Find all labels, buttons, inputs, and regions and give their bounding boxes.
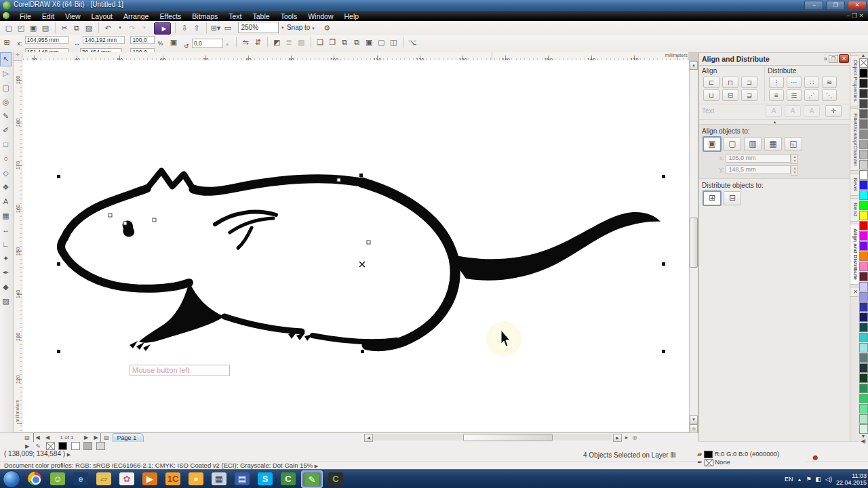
- propbar-icon[interactable]: ⇵: [252, 37, 263, 47]
- add-page-icon[interactable]: ▤: [102, 433, 111, 442]
- docker-close-button[interactable]: ✕: [839, 54, 849, 63]
- drawing-canvas[interactable]: Mouse button left: [22, 60, 689, 432]
- start-button[interactable]: [3, 470, 20, 488]
- black-swatch[interactable]: [58, 442, 67, 450]
- palette-swatch[interactable]: [859, 312, 868, 322]
- y-spinner[interactable]: ▲▼: [791, 165, 798, 176]
- freehand-tool[interactable]: ✎: [0, 109, 12, 123]
- align-center-horizontal-icon[interactable]: ⊓: [722, 77, 738, 88]
- straight-line-connector-tool[interactable]: ∟: [0, 237, 12, 251]
- taskbar-skype-icon[interactable]: S: [255, 470, 275, 487]
- vertical-scrollbar[interactable]: ▲ ▼ ◎: [689, 60, 698, 433]
- docker-collapse-arrow[interactable]: ▲: [699, 119, 850, 124]
- palette-swatch[interactable]: [859, 424, 868, 434]
- palette-swatch[interactable]: [859, 373, 868, 383]
- taskbar-calculator-icon[interactable]: ▦: [209, 470, 229, 487]
- propbar-icon[interactable]: ❏: [311, 37, 326, 47]
- toolbar-icon[interactable]: ▾: [139, 22, 150, 33]
- palette-swatch[interactable]: [859, 353, 868, 363]
- toolbar-icon[interactable]: ▢: [3, 22, 14, 33]
- palette-swatch[interactable]: [859, 394, 868, 403]
- page-tab[interactable]: Page 1: [113, 433, 144, 442]
- propbar-icon[interactable]: ❐: [327, 37, 338, 47]
- previous-page-button[interactable]: ◀: [43, 433, 52, 442]
- rotation-angle-field[interactable]: 0,0: [192, 39, 223, 48]
- propbar-icon[interactable]: ≣: [283, 37, 294, 47]
- selection-center-marker[interactable]: [359, 262, 365, 267]
- menu-item[interactable]: Arrange: [118, 12, 154, 21]
- document-window-controls[interactable]: – ❐ ✕: [846, 12, 864, 19]
- palette-swatch[interactable]: [859, 119, 868, 129]
- fill-tool[interactable]: ◆: [0, 280, 12, 294]
- menu-item[interactable]: Bitmaps: [186, 12, 223, 21]
- palette-expand[interactable]: ◀|: [859, 439, 868, 444]
- light-gray-swatch[interactable]: [96, 442, 105, 450]
- align-left-icon[interactable]: ⊏: [703, 77, 719, 88]
- snap-to-dropdown[interactable]: Snap to ▾: [285, 22, 317, 33]
- hscroll-left-button[interactable]: ◀: [364, 434, 373, 442]
- toolbar-icon[interactable]: ↷: [127, 22, 138, 33]
- toolbar-icon[interactable]: ↶: [98, 22, 113, 33]
- menu-item[interactable]: Edit: [37, 12, 60, 21]
- text-plus-icon[interactable]: ✛: [825, 105, 842, 117]
- basic-shapes-tool[interactable]: ❖: [0, 180, 12, 195]
- last-page-button[interactable]: ▶: [92, 433, 101, 442]
- rat-tail[interactable]: [450, 212, 660, 281]
- palette-scroll-up[interactable]: ▲: [859, 53, 868, 58]
- text-tool[interactable]: A: [0, 195, 12, 209]
- palette-swatch[interactable]: [859, 99, 868, 108]
- taskbar-chrome-icon[interactable]: [24, 470, 45, 487]
- distribute-right-icon[interactable]: ∷: [804, 77, 819, 88]
- palette-swatch[interactable]: [859, 201, 868, 210]
- propbar-icon[interactable]: ▢: [376, 37, 387, 47]
- taskbar-paint-icon[interactable]: ✿: [117, 470, 137, 487]
- palette-swatch[interactable]: [859, 404, 868, 413]
- propbar-icon[interactable]: ◫: [388, 37, 399, 47]
- taskbar-android-icon[interactable]: ☺: [47, 470, 68, 487]
- language-indicator[interactable]: EN: [785, 476, 793, 483]
- propbar-icon[interactable]: ▣: [363, 37, 374, 47]
- palette-swatch[interactable]: [859, 190, 868, 200]
- next-page-button[interactable]: ▶: [82, 433, 90, 442]
- palette-swatch[interactable]: [859, 221, 868, 230]
- scroll-down-button[interactable]: ▼: [690, 415, 698, 424]
- no-color-swatch[interactable]: [46, 442, 55, 450]
- coords-flyout-arrow[interactable]: ▶: [67, 452, 71, 457]
- toolbar-icon[interactable]: ⧉: [71, 22, 82, 33]
- palette-swatch[interactable]: [859, 262, 868, 271]
- palette-swatch[interactable]: [859, 160, 868, 169]
- palette-swatch[interactable]: [859, 129, 868, 139]
- toolbar-icon[interactable]: ✂: [55, 22, 70, 33]
- volume-icon[interactable]: ◁): [825, 476, 832, 483]
- ellipse-tool[interactable]: ○: [0, 152, 12, 166]
- fill-color-swatch[interactable]: [704, 451, 713, 458]
- menu-item[interactable]: Text: [223, 12, 247, 21]
- palette-swatch[interactable]: [859, 323, 868, 332]
- palette-scroll-down[interactable]: ▼: [859, 434, 868, 439]
- palette-swatch[interactable]: [859, 333, 868, 342]
- horizontal-scroll-thumb[interactable]: [463, 434, 553, 441]
- menu-item[interactable]: Table: [248, 12, 275, 21]
- align-y-field[interactable]: 148,5 mm: [726, 165, 791, 174]
- artistic-media-tool[interactable]: ✐: [0, 123, 12, 138]
- toolbar-icon[interactable]: ⇧: [191, 22, 202, 33]
- restore-button[interactable]: ❐: [826, 1, 845, 10]
- hscroll-right-button[interactable]: ▶: [613, 434, 622, 442]
- palette-swatch[interactable]: [859, 241, 868, 251]
- align-top-icon[interactable]: ⊔: [703, 89, 719, 101]
- align-to-page-center-icon[interactable]: ▥: [744, 137, 762, 151]
- align-center-vertical-icon[interactable]: ⊟: [722, 89, 738, 101]
- user-account-icon[interactable]: ☻: [811, 453, 820, 462]
- pick-tool[interactable]: ↖: [0, 52, 12, 66]
- distribute-top-icon[interactable]: ≡: [769, 89, 784, 101]
- zoom-tool[interactable]: ◎: [0, 95, 12, 109]
- palette-swatch[interactable]: [859, 363, 868, 373]
- propbar-icon[interactable]: ⧉: [351, 37, 362, 47]
- propbar-icon[interactable]: ▩: [296, 37, 307, 47]
- nav-zoom-button[interactable]: ◎: [631, 433, 639, 442]
- distribute-center-h-icon[interactable]: ⋯: [787, 77, 802, 88]
- palette-swatch[interactable]: [859, 211, 868, 220]
- menu-item[interactable]: View: [60, 12, 86, 21]
- palette-swatch[interactable]: [859, 231, 868, 241]
- distribute-to-extent-of-selection-icon[interactable]: ⊞: [703, 190, 722, 206]
